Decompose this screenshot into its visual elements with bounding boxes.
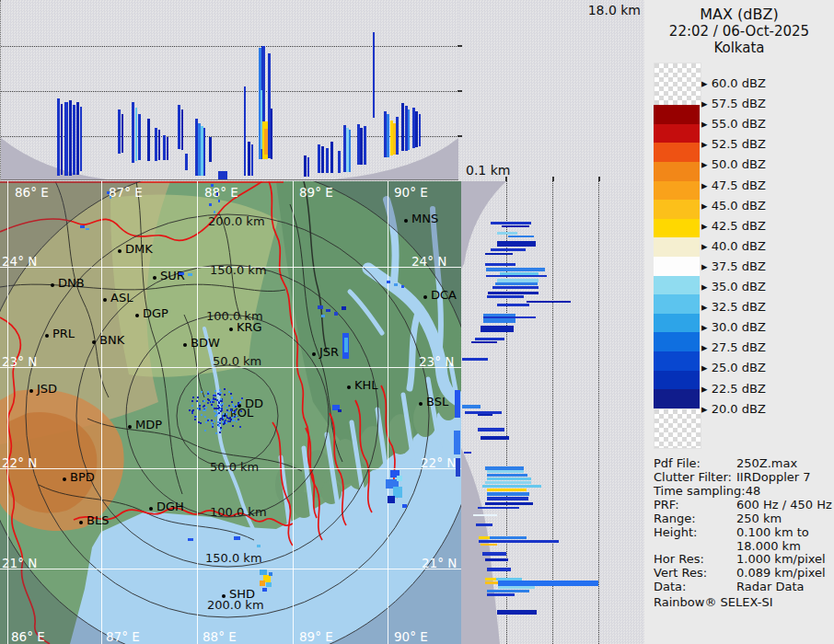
metadata-value: IIRDoppler 7 xyxy=(736,470,811,484)
colorbar xyxy=(654,105,700,408)
colorbar-band xyxy=(654,276,700,295)
metadata-label: Hor Res: xyxy=(654,552,704,566)
colorbar-label: ▸ 40.0 dBZ xyxy=(701,239,766,253)
metadata-label: Clutter Filter: xyxy=(654,470,732,484)
colorbar-band xyxy=(654,143,700,162)
colorbar-label: ▸ 47.5 dBZ xyxy=(701,178,766,192)
colorbar-underflow-swatch xyxy=(654,408,701,449)
radar-map[interactable] xyxy=(0,181,462,644)
colorbar-label: ▸ 60.0 dBZ xyxy=(701,76,766,90)
map-base-layers xyxy=(0,181,461,644)
scan-datetime: 22:02 / 06-Oct-2025 xyxy=(644,23,834,40)
axis-tick xyxy=(458,135,462,137)
colorbar-band xyxy=(654,257,700,276)
colorbar-band xyxy=(654,124,700,144)
colorbar-band xyxy=(654,219,700,238)
colorbar-label: ▸ 52.5 dBZ xyxy=(701,137,766,151)
side-height-profile-panel[interactable] xyxy=(461,181,644,644)
radar-station-name: Kolkata xyxy=(644,40,834,56)
colorbar-band xyxy=(654,105,700,124)
colorbar-label: ▸ 22.5 dBZ xyxy=(701,382,766,396)
colorbar-label: ▸ 30.0 dBZ xyxy=(701,320,766,334)
top-height-profile-panel[interactable] xyxy=(0,0,458,180)
colorbar-label: ▸ 27.5 dBZ xyxy=(701,340,766,354)
metadata-value: 0.100 km to xyxy=(736,525,809,539)
colorbar-band xyxy=(654,237,700,257)
metadata-label: Range: xyxy=(654,512,696,525)
radar-application-window: { "header": { "product": "MAX (dBZ)", "d… xyxy=(0,0,834,644)
metadata-value: 0.089 km/pixel xyxy=(736,566,826,580)
max-height-label: 18.0 km xyxy=(580,3,641,17)
metadata-label: Vert Res: xyxy=(654,566,707,580)
metadata-value: 1.000 km/pixel xyxy=(736,552,826,566)
profile-range-wedges xyxy=(1,0,458,179)
metadata-label: Height: xyxy=(654,525,697,539)
software-brand-label: Rainbow® SELEX-SI xyxy=(654,596,773,610)
colorbar-band xyxy=(654,200,700,219)
colorbar-band xyxy=(654,314,700,333)
colorbar-label: ▸ 35.0 dBZ xyxy=(701,280,766,293)
colorbar-label: ▸ 57.5 dBZ xyxy=(701,97,766,110)
profile-range-wedges xyxy=(461,181,644,644)
colorbar-band xyxy=(654,162,700,181)
colorbar-band xyxy=(654,181,700,201)
colorbar-band xyxy=(654,351,700,371)
colorbar-label: ▸ 25.0 dBZ xyxy=(701,361,766,374)
legend-title-block: MAX (dBZ) 22:02 / 06-Oct-2025 Kolkata xyxy=(644,6,834,56)
colorbar-label: ▸ 37.5 dBZ xyxy=(701,259,766,273)
product-title: MAX (dBZ) xyxy=(644,6,834,23)
colorbar-label: ▸ 55.0 dBZ xyxy=(701,117,766,131)
metadata-value: 600 Hz / 450 Hz xyxy=(736,498,832,512)
metadata-value: 250 km xyxy=(736,512,782,525)
axis-tick xyxy=(458,45,462,47)
metadata-label: Data: xyxy=(654,580,686,593)
metadata-label: Pdf File: xyxy=(654,456,701,470)
colorbar-band xyxy=(654,332,700,351)
colorbar-label: ▸ 45.0 dBZ xyxy=(701,199,766,213)
colorbar-band xyxy=(654,294,700,314)
axis-tick xyxy=(458,90,462,92)
colorbar-label: ▸ 32.5 dBZ xyxy=(701,300,766,314)
colorbar-label: ▸ 42.5 dBZ xyxy=(701,219,766,233)
metadata-value: Radar Data xyxy=(736,580,804,593)
metadata-value: 250Z.max xyxy=(736,456,797,470)
metadata-label: PRF: xyxy=(654,498,679,512)
legend-panel: MAX (dBZ) 22:02 / 06-Oct-2025 Kolkata ▸ … xyxy=(644,0,834,644)
colorbar-label: ▸ 20.0 dBZ xyxy=(701,402,766,416)
metadata-label: Time sampling:48 xyxy=(654,484,760,498)
colorbar-label: ▸ 50.0 dBZ xyxy=(701,157,766,171)
colorbar-band xyxy=(654,371,700,390)
metadata-value: 18.000 km xyxy=(736,539,801,553)
colorbar-overflow-swatch xyxy=(654,63,701,107)
min-height-label: 0.1 km xyxy=(466,163,510,178)
colorbar-band xyxy=(654,389,700,408)
